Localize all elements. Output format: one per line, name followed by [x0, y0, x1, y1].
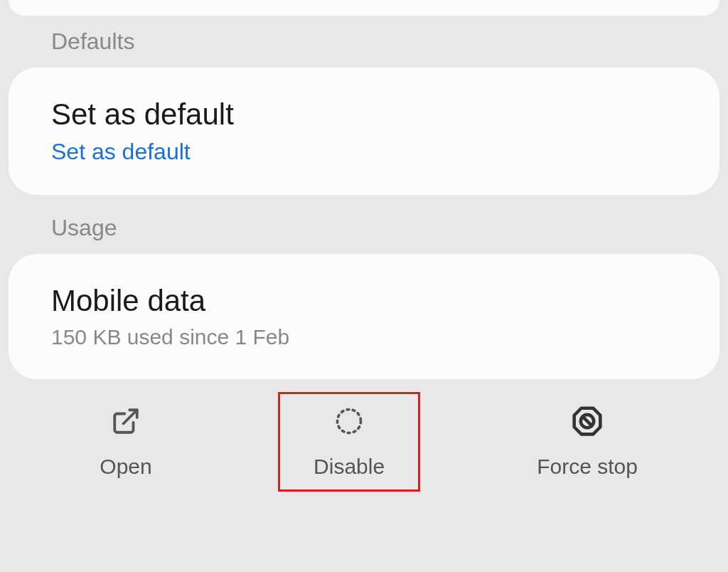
svg-point-1	[338, 410, 361, 433]
disable-label: Disable	[314, 455, 385, 479]
defaults-section-header: Defaults	[0, 16, 728, 68]
set-as-default-subtitle: Set as default	[51, 139, 677, 165]
mobile-data-title: Mobile data	[51, 284, 677, 318]
svg-line-0	[124, 410, 137, 423]
force-stop-icon	[571, 405, 604, 438]
set-as-default-title: Set as default	[51, 97, 677, 132]
force-stop-button[interactable]: Force stop	[501, 392, 673, 492]
bottom-action-bar: Open Disable Force stop	[0, 386, 728, 492]
svg-line-4	[583, 417, 592, 426]
open-label: Open	[100, 455, 151, 479]
previous-card-edge	[9, 0, 719, 16]
open-icon	[109, 405, 142, 438]
usage-section-header: Usage	[0, 202, 728, 254]
mobile-data-subtitle: 150 KB used since 1 Feb	[51, 325, 677, 349]
set-as-default-card[interactable]: Set as default Set as default	[9, 68, 719, 195]
mobile-data-card[interactable]: Mobile data 150 KB used since 1 Feb	[9, 254, 719, 379]
force-stop-label: Force stop	[537, 455, 638, 479]
disable-button[interactable]: Disable	[278, 392, 420, 492]
disable-icon	[333, 405, 365, 438]
open-button[interactable]: Open	[55, 392, 197, 492]
